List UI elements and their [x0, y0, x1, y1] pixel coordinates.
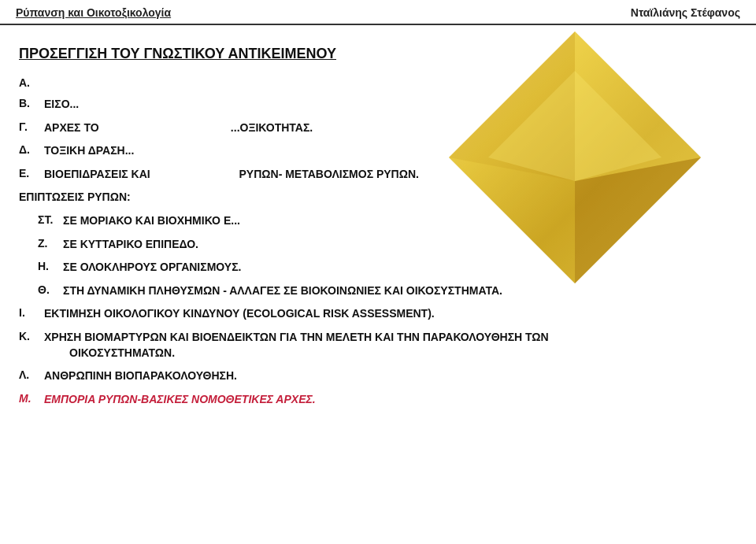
item-label: Θ. — [38, 283, 63, 296]
item-text: ΣΤΗ ΔΥΝΑΜΙΚΗ ΠΛΗΘΥΣΜΩΝ - ΑΛΛΑΓΕΣ ΣΕ ΒΙΟΚ… — [63, 283, 502, 299]
item-label: ΣΤ. — [38, 213, 63, 226]
header-left-title: Ρύπανση και Οικοτοξικολογία — [16, 6, 171, 19]
list-item: Ζ. ΣΕ ΚΥΤΤΑΡΙΚΟ ΕΠΙΠΕΔΟ. — [19, 237, 737, 253]
item-label: Κ. — [19, 330, 44, 342]
item-label: Β. — [19, 97, 44, 109]
list-item: Θ. ΣΤΗ ΔΥΝΑΜΙΚΗ ΠΛΗΘΥΣΜΩΝ - ΑΛΛΑΓΕΣ ΣΕ Β… — [19, 283, 737, 299]
list-item: Δ. ΤΟΞΙΚΗ ΔΡΑΣΗ... — [19, 143, 737, 159]
item-label: Ε. — [19, 167, 44, 179]
page-container: Ρύπανση και Οικοτοξικολογία Νταϊλιάνης Σ… — [0, 0, 756, 544]
list-item: Γ. ΑΡΧΕΣ ΤΟ ...ΟΞΙΚΟΤΗΤΑΣ. — [19, 120, 737, 136]
list-item: Ε. ΒΙΟΕΠΙΔΡΑΣΕΙΣ ΚΑΙ ΡΥΠΩΝ- ΜΕΤΑΒΟΛΙΣΜΟΣ… — [19, 167, 737, 183]
item-text: ΕΜΠΟΡΙΑ ΡΥΠΩΝ-ΒΑΣΙΚΕΣ ΝΟΜΟΘΕΤΙΚΕΣ ΑΡΧΕΣ. — [44, 392, 316, 408]
item-text: ΧΡΗΣΗ ΒΙΟΜΑΡΤΥΡΩΝ ΚΑΙ ΒΙΟΕΝΔΕΙΚΤΩΝ ΓΙΑ Τ… — [44, 330, 549, 361]
item-label: Λ. — [19, 368, 44, 381]
header-right-title: Νταϊλιάνης Στέφανος — [631, 6, 740, 19]
item-text: ΑΝΘΡΩΠΙΝΗ ΒΙΟΠΑΡΑΚΟΛΟΥΘΗΣΗ. — [44, 368, 237, 384]
item-label: Η. — [38, 260, 63, 272]
item-label: Μ. — [19, 392, 44, 405]
item-text: ΕΙΣΟ... — [44, 97, 79, 113]
list-item: Ι. ΕΚΤΙΜΗΣΗ ΟΙΚΟΛΟΓΙΚΟΥ ΚΙΝΔΥΝΟΥ (ECOLOG… — [19, 306, 737, 322]
item-label: Γ. — [19, 120, 44, 133]
item-text: ΣΕ ΚΥΤΤΑΡΙΚΟ ΕΠΙΠΕΔΟ. — [63, 237, 198, 253]
item-text: ΕΠΙΠΤΩΣΕΙΣ ΡΥΠΩΝ: — [19, 190, 131, 205]
item-text: ΤΟΞΙΚΗ ΔΡΑΣΗ... — [44, 143, 134, 159]
list-item: Β. ΕΙΣΟ... — [19, 97, 737, 113]
item-label: Ζ. — [38, 237, 63, 250]
item-text: ΣΕ ΜΟΡΙΑΚΟ ΚΑΙ ΒΙΟΧΗΜΙΚΟ Ε... — [63, 213, 240, 229]
item-label: Α. — [19, 76, 44, 89]
item-text: ΣΕ ΟΛΟΚΛΗΡΟΥΣ ΟΡΓΑΝΙΣΜΟΥΣ. — [63, 260, 241, 276]
list-item: Α. — [19, 76, 737, 89]
list-item: ΣΤ. ΣΕ ΜΟΡΙΑΚΟ ΚΑΙ ΒΙΟΧΗΜΙΚΟ Ε... — [19, 213, 737, 229]
item-text: ΕΚΤΙΜΗΣΗ ΟΙΚΟΛΟΓΙΚΟΥ ΚΙΝΔΥΝΟΥ (ECOLOGICA… — [44, 306, 435, 322]
item-text: ΑΡΧΕΣ ΤΟ ...ΟΞΙΚΟΤΗΤΑΣ. — [44, 120, 313, 136]
section-header: ΕΠΙΠΤΩΣΕΙΣ ΡΥΠΩΝ: — [19, 190, 737, 205]
item-text: ΒΙΟΕΠΙΔΡΑΣΕΙΣ ΚΑΙ ΡΥΠΩΝ- ΜΕΤΑΒΟΛΙΣΜΟΣ ΡΥ… — [44, 167, 419, 183]
page-title: ΠΡΟΣΕΓΓΙΣΗ ΤΟΥ ΓΝΩΣΤΙΚΟΥ ΑΝΤΙΚΕΙΜΕΝΟΥ — [19, 46, 737, 62]
list-item: Λ. ΑΝΘΡΩΠΙΝΗ ΒΙΟΠΑΡΑΚΟΛΟΥΘΗΣΗ. — [19, 368, 737, 384]
list-item: Η. ΣΕ ΟΛΟΚΛΗΡΟΥΣ ΟΡΓΑΝΙΣΜΟΥΣ. — [19, 260, 737, 276]
list-item: Κ. ΧΡΗΣΗ ΒΙΟΜΑΡΤΥΡΩΝ ΚΑΙ ΒΙΟΕΝΔΕΙΚΤΩΝ ΓΙ… — [19, 330, 737, 361]
list-item: Μ. ΕΜΠΟΡΙΑ ΡΥΠΩΝ-ΒΑΣΙΚΕΣ ΝΟΜΟΘΕΤΙΚΕΣ ΑΡΧ… — [19, 392, 737, 408]
header: Ρύπανση και Οικοτοξικολογία Νταϊλιάνης Σ… — [0, 0, 756, 25]
item-label: Δ. — [19, 143, 44, 156]
item-label: Ι. — [19, 306, 44, 319]
main-content: ΠΡΟΣΕΓΓΙΣΗ ΤΟΥ ΓΝΩΣΤΙΚΟΥ ΑΝΤΙΚΕΙΜΕΝΟΥ Α.… — [0, 25, 756, 423]
